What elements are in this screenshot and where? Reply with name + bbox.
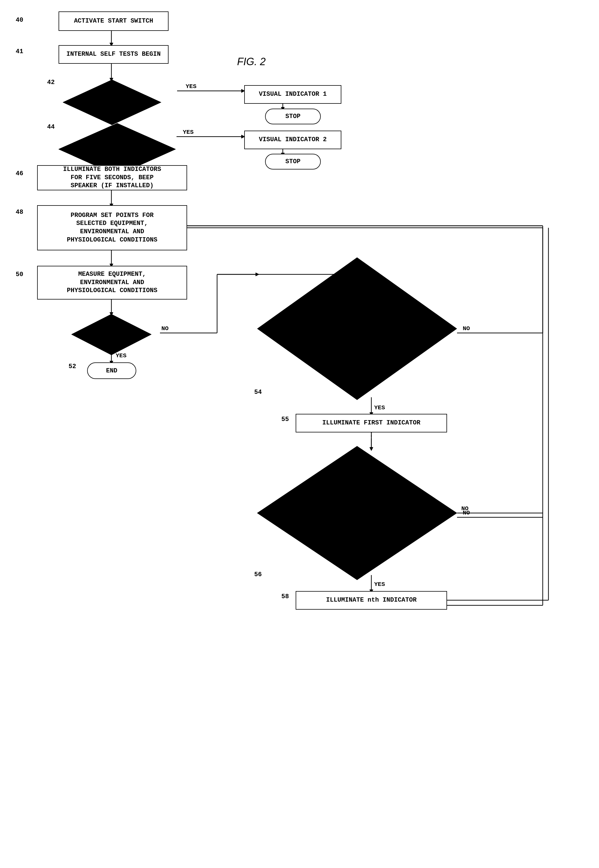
flowchart-diagram: YES NO YES NO NO <box>0 0 599 868</box>
box-stop1: STOP <box>265 108 321 124</box>
diamond-conditions1-svg <box>257 257 457 400</box>
svg-text:NO: NO <box>461 505 468 512</box>
svg-text:NO: NO <box>463 509 470 516</box>
diamond-power-supply: POWER SUPPLY LOW? <box>63 80 161 125</box>
label-41: 41 <box>16 48 23 55</box>
label-46: 46 <box>16 170 23 177</box>
label-50: 50 <box>16 271 23 278</box>
box-stop2: STOP <box>265 154 321 169</box>
box-measure-equip: MEASURE EQUIPMENT, ENVIRONMENTAL AND PHY… <box>37 266 187 300</box>
diamond-conditions2-svg <box>257 446 457 580</box>
svg-marker-56 <box>63 80 161 125</box>
label-55: 55 <box>281 416 289 423</box>
box-activate-start: ACTIVATE START SWITCH <box>59 11 169 31</box>
svg-text:NO: NO <box>463 325 470 332</box>
diamond-switch-off: SWITCH OFF? <box>71 314 151 355</box>
fig-label: FIG. 2 <box>237 56 266 68</box>
label-44: 44 <box>47 124 54 131</box>
diamond-switch-off-svg <box>71 314 151 355</box>
box-illuminate-both: ILLUMINATE BOTH INDICATORS FOR FIVE SECO… <box>37 165 187 190</box>
box-program-set: PROGRAM SET POINTS FOR SELECTED EQUIPMEN… <box>37 205 187 250</box>
diamond-power-supply-svg <box>63 80 161 125</box>
svg-text:YES: YES <box>374 581 385 588</box>
label-42: 42 <box>47 79 54 86</box>
box-illuminate-first: ILLUMINATE FIRST INDICATOR <box>296 414 447 432</box>
svg-text:YES: YES <box>374 404 385 411</box>
label-40: 40 <box>16 17 23 24</box>
svg-text:YES: YES <box>186 83 197 90</box>
box-end: END <box>87 362 136 379</box>
label-56: 56 <box>254 571 262 578</box>
box-internal-self: INTERNAL SELF TESTS BEGIN <box>59 45 169 64</box>
svg-marker-60 <box>258 446 456 580</box>
diamond-conditions1: ARE ONE OR MORE EQUIPMENT, ENVIRONMENTAL… <box>257 257 457 400</box>
label-48: 48 <box>16 209 23 216</box>
diamond-conditions2: ARE ONE OR MORE EQUIPMENT, ENVIRONMENTAL… <box>257 446 457 580</box>
svg-text:YES: YES <box>183 129 194 136</box>
box-visual-ind1: VISUAL INDICATOR 1 <box>244 85 341 104</box>
svg-text:NO: NO <box>161 325 169 332</box>
svg-marker-58 <box>72 314 151 355</box>
box-visual-ind2: VISUAL INDICATOR 2 <box>244 131 341 149</box>
label-58: 58 <box>281 593 289 600</box>
svg-marker-59 <box>258 258 456 399</box>
box-illuminate-nth: ILLUMINATE nth INDICATOR <box>296 591 447 610</box>
label-52: 52 <box>69 363 76 370</box>
label-54: 54 <box>254 389 262 396</box>
